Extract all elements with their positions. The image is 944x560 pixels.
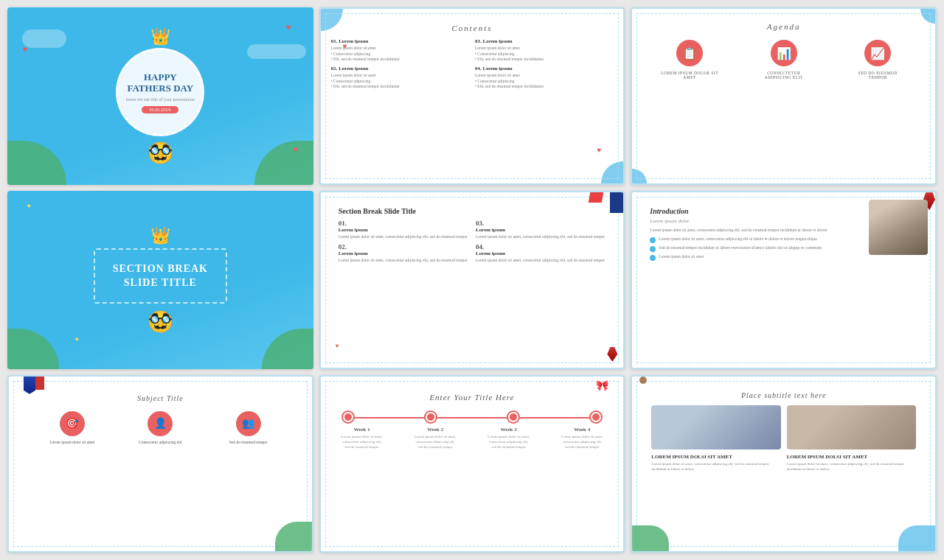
slide-8-timeline[interactable]: 🎀 Enter Your Title Here Week 1 Lorem ips… <box>319 375 625 553</box>
mustache-icon: 🥸 <box>148 309 173 334</box>
section-col-2: 02. Lorem ipsum Lorem ipsum dolor sit am… <box>339 243 468 263</box>
corner-accent-tr <box>920 9 935 24</box>
flag-deco-2 <box>35 377 44 390</box>
bullet-text-3: Lorem ipsum dolor sit amet <box>659 254 704 260</box>
caption-1: Lorem ipsum dolsi sit amet Lorem ipsum d… <box>651 454 780 472</box>
agenda-icon-1: 📋 <box>676 40 703 66</box>
intro-subtitle: Lorem ipsum dolor <box>650 218 853 224</box>
slide-6-introduction[interactable]: Introduction Lorem ipsum dolor Lorem ips… <box>631 191 937 368</box>
flag-deco-1 <box>24 377 35 394</box>
agenda-icon-2: 📊 <box>771 40 797 66</box>
heart-icon-3: ♥ <box>22 44 27 55</box>
content-item-1: 01. Lorem ipsum Lorem ipsum dolor sit am… <box>331 38 469 63</box>
week-1: Week 1 Lorem ipsum dolor sit amet, conse… <box>340 427 384 449</box>
timeline-dot-3 <box>508 412 518 422</box>
subject-item-1: 🎯 Lorem ipsum dolor sit amet <box>43 411 102 446</box>
caption-text-2: Lorem ipsum dolor sit amet, consectetur … <box>787 461 916 472</box>
slide-3-agenda[interactable]: Agenda 📋 Lorem ipsum dolor sit amet 📊 Co… <box>631 7 937 185</box>
section-col-4: 04. Lorem ipsum Lorem ipsum dolor sit am… <box>476 243 605 263</box>
title-circle-frame: Happy Fathers Day Insert the sub title o… <box>116 48 204 136</box>
agenda-heading: Agenda <box>642 22 925 31</box>
subject-item-3: 👥 Sed do eiusmod tempor <box>219 411 278 446</box>
timeline-track <box>343 412 602 422</box>
leaf-corner-deco <box>275 522 312 551</box>
caption-title-1: Lorem ipsum dolsi sit amet <box>651 454 780 460</box>
slide-7-subject[interactable]: Subject Title 🎯 Lorem ipsum dolor sit am… <box>7 375 313 553</box>
content-item-3: 03. Lorem ipsum Lorem ipsum dolor sit am… <box>475 38 613 63</box>
caption-text-1: Lorem ipsum dolor sit amet, consectetur … <box>651 461 780 472</box>
corner-br <box>898 525 935 551</box>
dashed-border <box>636 13 931 179</box>
gallery-heading: Place subtitle text here <box>651 391 916 399</box>
star-icon-1: ✦ <box>26 202 32 210</box>
section-col-1: 01. Lorem ipsum Lorem ipsum dolor sit am… <box>339 220 468 239</box>
heart-deco: ♥ <box>336 343 339 349</box>
photo-box-1 <box>651 405 780 449</box>
subject-icon-2: 👤 <box>148 411 173 436</box>
section-content-cols: 01. Lorem ipsum Lorem ipsum dolor sit am… <box>339 220 606 263</box>
bullet-3: Lorem ipsum dolor sit amet <box>650 254 853 261</box>
agenda-item-3: 📈 Sed do eiusmod tempor <box>848 40 907 80</box>
intro-heading: Introduction <box>650 207 853 215</box>
slide-grid: ♥ ♥ ♥ 👑 Happy Fathers Day Insert the sub… <box>7 7 937 553</box>
slide-4-section-break[interactable]: ✦ ✦ 👑 Section breakslide title 🥸 <box>7 191 313 368</box>
contents-heading: Contents <box>331 24 614 32</box>
bullet-text-2: Sed do eiusmod tempor incididunt ut labo… <box>659 245 822 251</box>
slide-1-title[interactable]: ♥ ♥ ♥ 👑 Happy Fathers Day Insert the sub… <box>7 7 313 185</box>
caption-2: Lorem ipsum dolsi sit amet Lorem ipsum d… <box>787 454 916 472</box>
subject-icons-row: 🎯 Lorem ipsum dolor sit amet 👤 Consectet… <box>28 411 293 446</box>
week-2: Week 2 Lorem ipsum dolor sit amet, conse… <box>413 427 457 449</box>
heart-icon-1: ♥ <box>286 22 291 33</box>
corner-accent-br <box>601 161 623 183</box>
week-3: Week 3 Lorem ipsum dolor sit amet, conse… <box>487 427 531 449</box>
subject-heading: Subject Title <box>28 394 293 402</box>
content-item-4: 04. Lorem ipsum Lorem ipsum dolor sit am… <box>475 66 613 90</box>
leaf-decoration-left <box>7 141 66 185</box>
heart-deco-1: ♥ <box>343 42 347 50</box>
bow-deco: 🎀 <box>596 379 608 392</box>
agenda-icons-row: 📋 Lorem ipsum dolor sit amet 📊 Consectet… <box>642 40 925 80</box>
gallery-content: Place subtitle text here Lorem ipsum dol… <box>642 384 925 477</box>
date-badge: 00.00.20XX <box>142 106 178 113</box>
agenda-item-2: 📊 Consectetur adipiscing elit <box>754 40 813 80</box>
slide-5-section-content[interactable]: ♥ Section Break Slide Title 01. Lorem ip… <box>319 191 625 368</box>
caption-row: Lorem ipsum dolsi sit amet Lorem ipsum d… <box>651 454 916 472</box>
bullet-1: Lorem ipsum dolor sit amet, consectetur … <box>650 237 853 243</box>
agenda-label-2: Consectetur adipiscing elit <box>754 71 813 80</box>
photo-row <box>651 405 916 449</box>
crown-icon: 👑 <box>150 27 170 46</box>
crown-icon: 👑 <box>150 226 170 245</box>
section-break-title: Section breakslide title <box>113 262 208 290</box>
subject-content: Subject Title 🎯 Lorem ipsum dolor sit am… <box>19 384 302 458</box>
agenda-item-1: 📋 Lorem ipsum dolor sit amet <box>660 40 719 80</box>
photo-box-2 <box>787 405 916 449</box>
subject-label-3: Sed do eiusmod tempor <box>229 440 268 446</box>
section-content-wrapper: Section Break Slide Title 01. Lorem ipsu… <box>330 200 615 270</box>
slide-2-contents[interactable]: ♥ ♥ Contents 01. Lorem ipsum Lorem ipsum… <box>319 7 625 185</box>
blue-corner-deco <box>610 192 623 213</box>
timeline-dot-1 <box>343 412 353 422</box>
caption-title-2: Lorem ipsum dolsi sit amet <box>787 454 916 460</box>
timeline-dot-4 <box>591 412 601 422</box>
agenda-label-3: Sed do eiusmod tempor <box>848 71 907 80</box>
intro-body: Lorem ipsum dolor sit amet, consectetur … <box>650 227 853 233</box>
corner-bl <box>632 525 669 551</box>
subject-icon-1: 🎯 <box>60 411 85 436</box>
bullet-dot-1 <box>650 237 656 243</box>
leaf-left <box>7 329 59 369</box>
section-dashed-box: Section breakslide title <box>94 248 227 304</box>
photo-frame <box>869 200 928 255</box>
contents-grid: 01. Lorem ipsum Lorem ipsum dolor sit am… <box>331 38 614 90</box>
agenda-icon-3: 📈 <box>864 40 891 66</box>
subject-icon-3: 👥 <box>236 411 261 436</box>
timeline-dot-2 <box>426 412 436 422</box>
cookie-deco <box>639 377 647 384</box>
corner-accent-bl <box>632 169 647 183</box>
content-item-2: 02. Lorem ipsum Lorem ipsum dolor sit am… <box>331 66 469 90</box>
timeline-content: Enter Your Title Here Week 1 Lorem ipsum… <box>331 384 614 455</box>
weeks-row: Week 1 Lorem ipsum dolor sit amet, conse… <box>340 427 605 449</box>
slide-9-gallery[interactable]: Place subtitle text here Lorem ipsum dol… <box>631 375 937 553</box>
bullet-dot-3 <box>650 255 656 261</box>
leaf-decoration-right <box>254 141 313 185</box>
timeline-heading: Enter Your Title Here <box>340 393 605 402</box>
